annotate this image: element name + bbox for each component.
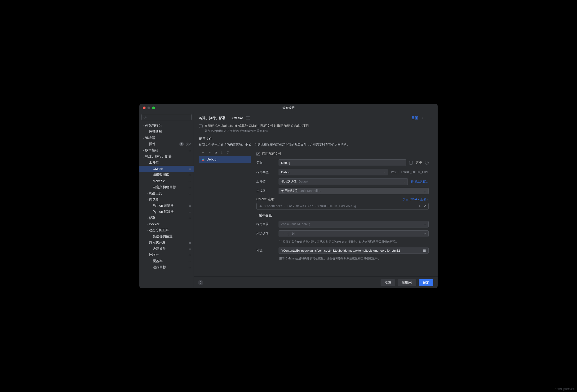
sidebar-item-label: 控制台 xyxy=(149,253,187,257)
chevron-right-icon: › xyxy=(228,116,230,120)
maximize-window-icon[interactable] xyxy=(152,107,155,109)
sidebar-item-label: 工具链 xyxy=(149,160,191,165)
sidebar-item-label: 覆盖率 xyxy=(153,259,187,263)
sidebar-item[interactable]: ›工具链 xyxy=(139,160,194,166)
profiles-list-panel: ＋ － ⧉ ↥ ↧ Debug xyxy=(199,149,251,267)
sidebar-item[interactable]: ⌄构建、执行、部署 xyxy=(139,153,194,160)
sidebar-item[interactable]: ›控制台▭ xyxy=(139,252,194,258)
sidebar-item[interactable]: 插件1文A xyxy=(139,141,194,147)
project-scope-icon: ▭ xyxy=(188,167,191,171)
cmake-options-input[interactable]: -G "CodeBlocks - Unix Makefiles" -DCMAKE… xyxy=(256,203,429,210)
add-profile-icon[interactable]: ＋ xyxy=(201,150,205,155)
help-icon[interactable]: ? xyxy=(425,161,429,165)
reload-checkbox[interactable] xyxy=(199,124,203,128)
chevron-icon: › xyxy=(142,137,145,140)
reload-hint: 外部更改(例如 VCS 更新)会始终触发项目重新加载 xyxy=(205,129,433,133)
breadcrumb: 构建、执行、部署 › CMake ▭ 重置 ← → xyxy=(194,112,438,120)
profiles-title: 配置文件 xyxy=(199,137,433,141)
build-type-select[interactable]: Debug ⌄ xyxy=(279,169,388,176)
sidebar-item[interactable]: 编译数据库▭ xyxy=(139,172,194,178)
toolchain-select[interactable]: 使用默认值Default ⌄ xyxy=(279,178,408,185)
profile-item-debug[interactable]: Debug xyxy=(199,156,251,163)
build-dir-input[interactable]: cmake-build-debug ▭ xyxy=(279,221,429,227)
chevron-icon: › xyxy=(145,229,149,232)
env-input[interactable]: )/Contents/Eclipse/plugins/com.st.stm32c… xyxy=(279,247,429,254)
chevron-icon: › xyxy=(145,223,149,226)
project-scope-icon: ▭ xyxy=(188,192,191,195)
nav-forward-icon[interactable]: → xyxy=(428,115,433,120)
language-icon: 文A xyxy=(186,142,191,146)
sidebar-item[interactable]: ›构建工具▭ xyxy=(139,190,194,196)
sidebar-item[interactable]: ›编辑器 xyxy=(139,135,194,141)
sidebar-item[interactable]: 按键映射 xyxy=(139,129,194,135)
folder-icon[interactable]: ▭ xyxy=(424,222,426,226)
cmake-icon xyxy=(201,158,205,161)
sidebar-item[interactable]: ›动态分析工具 xyxy=(139,227,194,233)
sidebar-item[interactable]: Makefile▭ xyxy=(139,178,194,184)
cancel-button[interactable]: 取消 xyxy=(381,279,395,286)
project-scope-icon: ▭ xyxy=(188,173,191,177)
sidebar-item[interactable]: Python 调试器▭ xyxy=(139,203,194,209)
apply-button[interactable]: 应用(A) xyxy=(397,279,416,286)
dialog-footer: ? 取消 应用(A) 确定 xyxy=(194,277,438,288)
help-button[interactable]: ? xyxy=(198,280,203,285)
sidebar-item[interactable]: 运行目标▭ xyxy=(139,264,194,270)
manage-toolchains-link[interactable]: 管理工具链... xyxy=(411,179,429,184)
sidebar-item[interactable]: 受信任的位置 xyxy=(139,233,194,240)
chevron-icon: ⌄ xyxy=(142,155,145,158)
env-label: 环境: xyxy=(256,248,276,252)
window-controls xyxy=(143,107,155,109)
project-scope-icon: ▭ xyxy=(188,247,191,251)
enable-profile-checkbox[interactable] xyxy=(256,152,260,156)
sidebar-item-label: 嵌入式开发 xyxy=(149,241,187,245)
remove-profile-icon[interactable]: － xyxy=(208,150,211,155)
nav-back-icon[interactable]: ← xyxy=(421,115,425,120)
sidebar-item[interactable]: 必需插件▭ xyxy=(139,246,194,252)
list-icon[interactable]: ☰ xyxy=(423,249,426,252)
sidebar-item[interactable]: ›外观与行为 xyxy=(139,123,194,129)
name-input[interactable]: Debug xyxy=(279,159,406,166)
minimize-window-icon[interactable] xyxy=(147,107,150,109)
reset-button[interactable]: 重置 xyxy=(412,116,418,120)
sidebar-item[interactable]: ›版本控制▭ xyxy=(139,147,194,153)
titlebar[interactable]: 偏好设置 xyxy=(139,104,438,112)
name-label: 名称: xyxy=(256,160,276,165)
move-up-icon[interactable]: ↥ xyxy=(220,151,223,155)
sidebar-item-label: 受信任的位置 xyxy=(153,234,191,239)
window-title: 偏好设置 xyxy=(282,106,295,110)
sidebar-item-label: CMake xyxy=(153,167,187,171)
expand-icon[interactable]: ⤢ xyxy=(423,232,426,236)
settings-tree[interactable]: ›外观与行为按键映射›编辑器插件1文A›版本控制▭⌄构建、执行、部署›工具链CM… xyxy=(139,122,194,288)
sidebar-item-label: Docker xyxy=(149,222,191,226)
ok-button[interactable]: 确定 xyxy=(419,279,433,286)
copy-profile-icon[interactable]: ⧉ xyxy=(215,151,217,155)
sidebar-item[interactable]: ›Docker xyxy=(139,221,194,227)
sidebar-item[interactable]: CMake▭ xyxy=(139,166,194,172)
search-input[interactable] xyxy=(141,114,192,120)
add-option-icon[interactable]: ＋ xyxy=(418,204,421,208)
sidebar-item-label: 外观与行为 xyxy=(145,124,191,128)
all-cmake-options-link[interactable]: 所有 CMake 选项↗ xyxy=(402,197,429,201)
watermark: CSDN @DM9600 xyxy=(555,388,575,391)
sidebar-item[interactable]: ›嵌入式开发▭ xyxy=(139,240,194,246)
cmake-options-label: CMake 选项: xyxy=(256,197,275,201)
build-options-input[interactable]: -- -j 14 ⤢ xyxy=(279,230,429,237)
sidebar-item[interactable]: ›调试器 xyxy=(139,196,194,203)
expand-icon[interactable]: ⤢ xyxy=(424,204,427,208)
preferences-window: 偏好设置 ›外观与行为按键映射›编辑器插件1文A›版本控制▭⌄构建、执行、部署›… xyxy=(139,104,438,288)
sidebar-item[interactable]: Python 解释器▭ xyxy=(139,209,194,215)
sidebar-item[interactable]: ›部署▭ xyxy=(139,215,194,221)
move-down-icon[interactable]: ↧ xyxy=(226,151,229,155)
chevron-icon: › xyxy=(145,217,149,219)
project-scope-icon: ▭ xyxy=(188,241,191,245)
generator-select[interactable]: 使用默认值Unix Makefiles ⌄ xyxy=(279,188,429,194)
sidebar-item[interactable]: 覆盖率▭ xyxy=(139,258,194,264)
sidebar-item-label: 必需插件 xyxy=(153,247,187,251)
build-options-hint: '--' 后面的实参传递给此构建，其他实参是 CMake 命令行形参。默认选项取… xyxy=(279,240,429,244)
close-window-icon[interactable] xyxy=(143,107,145,109)
sidebar-item[interactable]: 自定义构建目标▭ xyxy=(139,184,194,190)
project-scope-icon: ▭ xyxy=(188,204,191,208)
share-checkbox[interactable] xyxy=(409,161,413,165)
cache-variables-toggle[interactable]: › 缓存变量 xyxy=(256,213,429,217)
project-scope-icon: ▭ xyxy=(188,179,191,183)
